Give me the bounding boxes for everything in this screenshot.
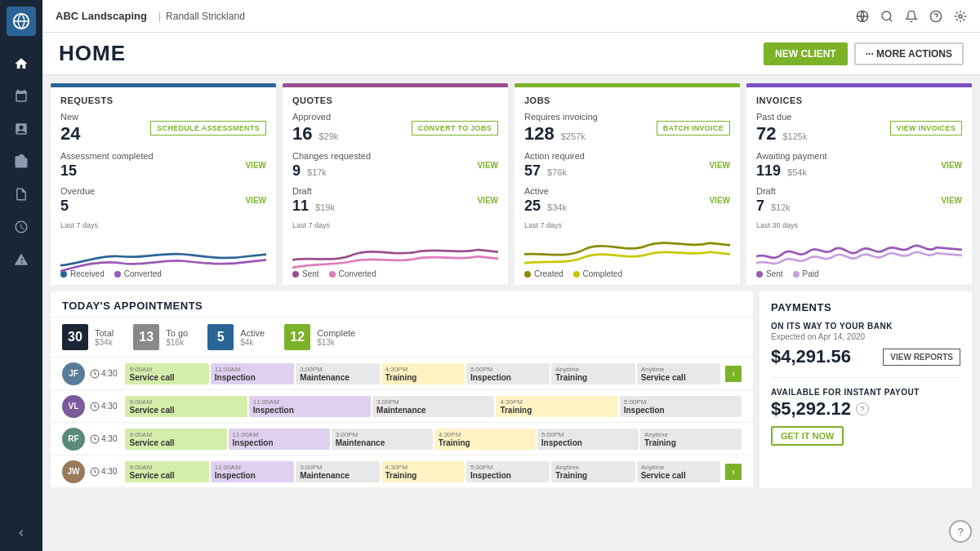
- slot[interactable]: 9:00AMService call: [125, 396, 247, 417]
- slot[interactable]: 3:00PMMaintenance: [296, 363, 379, 384]
- slot[interactable]: 9:00AMService call: [125, 429, 226, 450]
- topbar: ABC Landscaping | Randall Strickland: [42, 0, 980, 33]
- appt-complete-label: Complete: [317, 328, 355, 338]
- slot[interactable]: 5:00PMInspection: [620, 396, 742, 417]
- slot[interactable]: 5:00PMInspection: [466, 461, 550, 482]
- slot[interactable]: 11:00AMInspection: [249, 396, 371, 417]
- help-button[interactable]: ?: [949, 520, 972, 543]
- requests-assessment-view[interactable]: VIEW: [245, 161, 266, 170]
- requests-row-new: New 24 SCHEDULE ASSESSMENTS: [60, 112, 266, 144]
- invoices-draft-label: Draft: [756, 186, 791, 196]
- slot[interactable]: 3:00PMMaintenance: [296, 461, 379, 482]
- avatar-jf: JF: [62, 362, 85, 385]
- sidebar-item-invoices[interactable]: [7, 180, 36, 209]
- new-client-button[interactable]: NEW CLIENT: [764, 42, 848, 65]
- appt-stat-togo: 13 To go $16k: [133, 324, 188, 350]
- jobs-row-invoicing: Requires invoicing 128 $257k BATCH INVOI…: [524, 112, 730, 144]
- jobs-action-value: 57: [524, 162, 541, 180]
- svg-point-2: [882, 11, 891, 20]
- sidebar-item-calendar[interactable]: [7, 82, 36, 111]
- slot[interactable]: 11:00AMInspection: [211, 363, 294, 384]
- sidebar-item-jobs[interactable]: [7, 114, 36, 144]
- view-reports-button[interactable]: VIEW REPORTS: [883, 349, 960, 366]
- time-jw: 4:30: [90, 467, 117, 477]
- convert-to-jobs-button[interactable]: CONVERT TO JOBS: [412, 121, 498, 136]
- invoices-draft-view[interactable]: VIEW: [941, 196, 962, 205]
- schedule-row-jf: JF 4:30 9:00AMService call 11:00AMInspec…: [51, 358, 753, 390]
- invoices-card-body: INVOICES Past due 72 $125k VIEW INVOICES: [746, 87, 972, 285]
- sidebar: [0, 0, 42, 551]
- slot[interactable]: AnytimeTraining: [640, 429, 742, 450]
- appt-complete-sub: $13k: [317, 338, 355, 347]
- slot[interactable]: 11:00AMInspection: [229, 429, 330, 450]
- slot[interactable]: AnytimeTraining: [551, 363, 635, 384]
- invoices-pastdue-value: 72: [756, 123, 776, 144]
- jobs-invoicing-label: Requires invoicing: [524, 112, 598, 122]
- schedule-assessments-button[interactable]: SCHEDULE ASSESSMENTS: [150, 121, 266, 136]
- quotes-changes-view[interactable]: VIEW: [477, 161, 498, 170]
- batch-invoice-button[interactable]: BATCH INVOICE: [657, 121, 730, 136]
- slot[interactable]: AnytimeService call: [637, 461, 720, 482]
- bell-icon[interactable]: [905, 10, 918, 23]
- header-actions: NEW CLIENT ··· MORE ACTIONS: [764, 42, 964, 65]
- page-header: HOME NEW CLIENT ··· MORE ACTIONS: [42, 33, 980, 75]
- app-logo[interactable]: [7, 7, 36, 36]
- instant-payout-title: AVAILABLE FOR INSTANT PAYOUT: [771, 388, 960, 397]
- requests-assessment-value: 15: [60, 162, 154, 180]
- slot[interactable]: 4:30PMTraining: [496, 396, 617, 417]
- jobs-active-label: Active: [524, 186, 567, 196]
- sidebar-item-clients[interactable]: [7, 147, 36, 176]
- requests-overdue-view[interactable]: VIEW: [245, 196, 266, 205]
- help-topbar-icon[interactable]: [929, 10, 942, 23]
- appt-togo-sub: $16k: [166, 338, 188, 347]
- on-its-way-title: ON ITS WAY TO YOUR BANK: [771, 322, 960, 331]
- slot[interactable]: 4:30PMTraining: [434, 429, 536, 450]
- on-its-way-expected: Expected on Apr 14, 2020: [771, 332, 960, 341]
- invoices-awaiting-sub: $54k: [787, 167, 807, 177]
- quotes-row-draft: Draft 11 $19k VIEW: [292, 186, 498, 215]
- quotes-card-title: QUOTES: [292, 96, 498, 105]
- view-invoices-button[interactable]: VIEW INVOICES: [890, 121, 962, 136]
- sidebar-collapse-arrow[interactable]: [7, 522, 36, 544]
- globe-icon[interactable]: [856, 10, 869, 23]
- slot[interactable]: 4:30PMTraining: [381, 461, 465, 482]
- sidebar-item-reports[interactable]: [7, 212, 36, 242]
- slot[interactable]: 5:00PMInspection: [466, 363, 550, 384]
- quotes-draft-view[interactable]: VIEW: [477, 196, 498, 205]
- slot[interactable]: 11:00AMInspection: [211, 461, 294, 482]
- jobs-row-action: Action required 57 $76k VIEW: [524, 151, 730, 180]
- appt-active-badge: 5: [207, 324, 234, 350]
- quotes-draft-sub: $19k: [315, 202, 335, 212]
- requests-card-title: REQUESTS: [60, 96, 266, 105]
- search-icon[interactable]: [880, 10, 893, 23]
- requests-card: REQUESTS New 24 SCHEDULE ASSESSMENTS Ass…: [51, 83, 276, 285]
- slot[interactable]: 3:00PMMaintenance: [372, 396, 494, 417]
- sidebar-item-reviews[interactable]: [7, 245, 36, 274]
- get-it-now-button[interactable]: GET IT NOW: [771, 426, 844, 446]
- gear-icon[interactable]: [954, 10, 967, 23]
- instant-payout-info-icon[interactable]: ?: [856, 402, 869, 415]
- slot[interactable]: AnytimeTraining: [551, 461, 635, 482]
- slots-rf: 9:00AMService call 11:00AMInspection 3:0…: [125, 429, 742, 450]
- on-its-way-row: $4,291.56 VIEW REPORTS: [771, 346, 960, 367]
- schedule-row-arrow-jf[interactable]: ›: [725, 366, 742, 382]
- slot[interactable]: AnytimeService call: [637, 363, 720, 384]
- avatar-vl: VL: [62, 395, 85, 418]
- appt-total-badge: 30: [62, 324, 88, 350]
- quotes-approved-label: Approved: [292, 112, 338, 122]
- invoices-awaiting-view[interactable]: VIEW: [941, 161, 962, 170]
- slot[interactable]: 5:00PMInspection: [537, 429, 639, 450]
- invoices-row-awaiting: Awaiting payment 119 $54k VIEW: [756, 151, 962, 180]
- more-actions-button[interactable]: ··· MORE ACTIONS: [854, 42, 964, 65]
- jobs-active-view[interactable]: VIEW: [709, 196, 730, 205]
- appt-togo-badge: 13: [133, 324, 159, 350]
- jobs-action-view[interactable]: VIEW: [709, 161, 730, 170]
- requests-overdue-value: 5: [60, 198, 95, 215]
- payment-on-its-way-section: ON ITS WAY TO YOUR BANK Expected on Apr …: [771, 322, 960, 378]
- slot[interactable]: 9:00AMService call: [125, 461, 208, 482]
- slot[interactable]: 3:00PMMaintenance: [332, 429, 433, 450]
- slot[interactable]: 9:00AMService call: [125, 363, 208, 384]
- slot[interactable]: 4:30PMTraining: [381, 363, 465, 384]
- schedule-row-arrow-jw[interactable]: ›: [725, 464, 742, 480]
- sidebar-item-home[interactable]: [7, 49, 36, 78]
